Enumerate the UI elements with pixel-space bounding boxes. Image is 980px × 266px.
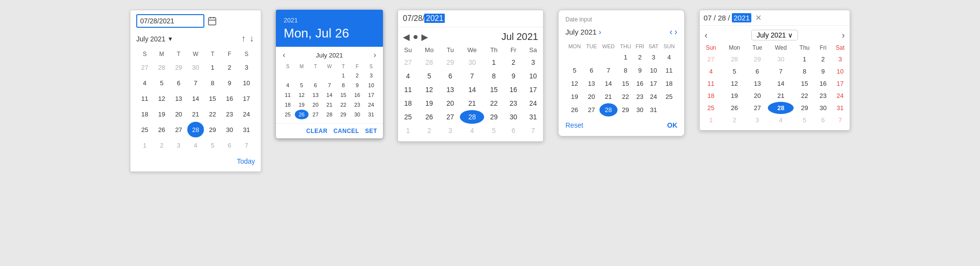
- cal1-dropdown-icon[interactable]: ▼: [167, 36, 173, 42]
- cal3-today-dot[interactable]: [414, 35, 417, 39]
- calendar-day[interactable]: 3: [646, 51, 661, 64]
- cal4-ok-btn[interactable]: OK: [667, 121, 677, 129]
- calendar-day[interactable]: 1: [204, 59, 221, 75]
- cal3-prev-btn[interactable]: ◀: [403, 32, 410, 42]
- calendar-day[interactable]: 20: [583, 90, 599, 103]
- calendar-day[interactable]: 16: [504, 83, 523, 96]
- cal4-forward-icon[interactable]: ›: [599, 28, 601, 37]
- calendar-day[interactable]: 16: [221, 91, 238, 106]
- calendar-day[interactable]: 6: [747, 65, 768, 77]
- calendar-day[interactable]: 9: [221, 75, 238, 91]
- calendar-day[interactable]: 27: [136, 59, 153, 75]
- calendar-day[interactable]: 23: [816, 90, 831, 102]
- calendar-day[interactable]: 22: [617, 90, 634, 103]
- calendar-day[interactable]: 28: [323, 110, 337, 119]
- calendar-day[interactable]: 31: [238, 122, 255, 137]
- calendar-day[interactable]: 2: [153, 137, 170, 153]
- calendar-day[interactable]: 28: [460, 110, 484, 124]
- calendar-day[interactable]: 22: [336, 100, 350, 110]
- cal5-clear-btn[interactable]: ✕: [755, 13, 762, 22]
- calendar-day[interactable]: 7: [460, 69, 484, 83]
- calendar-day[interactable]: 12: [153, 91, 170, 106]
- calendar-day[interactable]: 1: [794, 53, 816, 65]
- calendar-day[interactable]: 10: [238, 75, 255, 91]
- calendar-day[interactable]: 2: [816, 53, 831, 65]
- cal5-month-dropdown-btn[interactable]: July 2021 ∨: [751, 30, 798, 40]
- calendar-day[interactable]: 14: [768, 77, 794, 90]
- calendar-day[interactable]: 27: [747, 102, 768, 114]
- calendar-day[interactable]: 25: [700, 102, 722, 114]
- calendar-day[interactable]: 29: [617, 103, 634, 116]
- cal2-prev-btn[interactable]: ‹: [281, 51, 287, 59]
- calendar-day[interactable]: 20: [440, 96, 460, 110]
- calendar-day[interactable]: 31: [831, 102, 850, 114]
- cal1-next-btn[interactable]: ↓: [249, 33, 255, 45]
- calendar-day[interactable]: 1: [484, 56, 504, 69]
- calendar-day[interactable]: 19: [418, 96, 440, 110]
- calendar-day[interactable]: 24: [646, 90, 661, 103]
- calendar-day[interactable]: 7: [238, 137, 255, 153]
- calendar-day[interactable]: 28: [187, 122, 204, 137]
- calendar-day[interactable]: 15: [794, 77, 816, 90]
- calendar-day[interactable]: 23: [221, 106, 238, 122]
- calendar-day[interactable]: 5: [722, 65, 746, 77]
- calendar-day[interactable]: 12: [722, 77, 746, 90]
- cal5-next-btn[interactable]: ›: [842, 30, 845, 40]
- calendar-day[interactable]: 11: [661, 64, 677, 77]
- calendar-day[interactable]: 19: [722, 90, 746, 102]
- calendar-day[interactable]: 18: [700, 90, 722, 102]
- calendar-day[interactable]: 6: [309, 80, 323, 90]
- calendar-day[interactable]: 7: [187, 75, 204, 91]
- cal3-next-btn[interactable]: ▶: [421, 32, 428, 42]
- cal1-date-input[interactable]: [136, 14, 204, 28]
- calendar-day[interactable]: 3: [170, 137, 187, 153]
- calendar-day[interactable]: 20: [309, 100, 323, 110]
- cal5-prev-btn[interactable]: ‹: [705, 30, 708, 40]
- calendar-day[interactable]: 5: [295, 80, 309, 90]
- calendar-day[interactable]: 6: [221, 137, 238, 153]
- calendar-day[interactable]: 7: [323, 80, 337, 90]
- calendar-day[interactable]: 25: [398, 110, 418, 124]
- cal2-cancel-btn[interactable]: CANCEL: [333, 128, 359, 134]
- calendar-day[interactable]: 5: [153, 75, 170, 91]
- calendar-day[interactable]: 10: [831, 65, 850, 77]
- calendar-day[interactable]: 1: [617, 51, 634, 64]
- calendar-day[interactable]: 6: [170, 75, 187, 91]
- calendar-day[interactable]: 14: [460, 83, 484, 96]
- calendar-day[interactable]: 9: [816, 65, 831, 77]
- calendar-day[interactable]: 1: [398, 124, 418, 137]
- calendar-day[interactable]: 5: [565, 64, 583, 77]
- calendar-day[interactable]: 19: [295, 100, 309, 110]
- calendar-day[interactable]: 11: [136, 91, 153, 106]
- calendar-day[interactable]: 28: [768, 102, 794, 114]
- calendar-day[interactable]: 2: [634, 51, 646, 64]
- calendar-day[interactable]: 23: [504, 96, 523, 110]
- calendar-day[interactable]: 28: [722, 53, 746, 65]
- calendar-day[interactable]: 14: [323, 90, 337, 100]
- calendar-day[interactable]: 19: [153, 106, 170, 122]
- calendar-day[interactable]: 4: [460, 124, 484, 137]
- calendar-day[interactable]: 8: [794, 65, 816, 77]
- calendar-day[interactable]: 20: [747, 90, 768, 102]
- calendar-day[interactable]: 1: [700, 114, 722, 126]
- calendar-day[interactable]: 30: [460, 56, 484, 69]
- calendar-day[interactable]: 3: [238, 59, 255, 75]
- cal5-year-highlight[interactable]: 2021: [732, 13, 751, 22]
- calendar-day[interactable]: 14: [599, 77, 617, 90]
- calendar-day[interactable]: 26: [153, 122, 170, 137]
- calendar-day[interactable]: 1: [336, 71, 350, 80]
- cal2-set-btn[interactable]: SET: [365, 128, 377, 134]
- calendar-day[interactable]: 21: [599, 90, 617, 103]
- cal3-year-highlight[interactable]: 2021: [424, 14, 445, 23]
- calendar-day[interactable]: 2: [504, 56, 523, 69]
- calendar-day[interactable]: 30: [504, 110, 523, 124]
- calendar-day[interactable]: 6: [583, 64, 599, 77]
- calendar-day[interactable]: 22: [204, 106, 221, 122]
- calendar-day[interactable]: 27: [440, 110, 460, 124]
- calendar-day[interactable]: 20: [170, 106, 187, 122]
- calendar-day[interactable]: 24: [831, 90, 850, 102]
- calendar-day[interactable]: 29: [204, 122, 221, 137]
- calendar-day[interactable]: 4: [398, 69, 418, 83]
- calendar-day[interactable]: 27: [309, 110, 323, 119]
- cal4-next-btn[interactable]: ›: [674, 27, 677, 37]
